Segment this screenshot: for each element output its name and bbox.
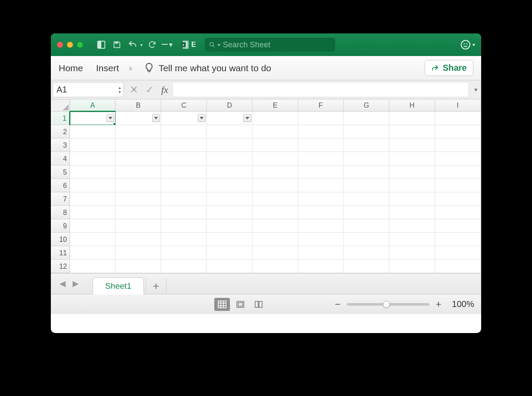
cell-F11[interactable] — [298, 246, 344, 260]
cell-G6[interactable] — [344, 179, 389, 192]
next-sheet-button[interactable]: ▶ — [69, 277, 82, 290]
cell-I9[interactable] — [435, 219, 481, 233]
search-box[interactable]: ▾ — [205, 38, 335, 52]
cell-F2[interactable] — [298, 125, 344, 139]
cell-D11[interactable] — [207, 246, 253, 260]
row-header-12[interactable]: 12 — [51, 260, 70, 273]
autosave-icon[interactable] — [95, 39, 107, 51]
prev-sheet-button[interactable]: ◀ — [56, 277, 69, 290]
cell-A4[interactable] — [70, 152, 116, 165]
cell-I1[interactable] — [435, 112, 481, 125]
column-header-D[interactable]: D — [207, 99, 253, 112]
cell-F4[interactable] — [298, 152, 344, 165]
cell-G4[interactable] — [344, 152, 389, 165]
cell-G8[interactable] — [344, 206, 389, 219]
cell-D7[interactable] — [207, 192, 253, 206]
cell-H11[interactable] — [389, 246, 435, 260]
row-header-4[interactable]: 4 — [51, 152, 70, 165]
cell-E1[interactable] — [253, 112, 298, 125]
cell-F3[interactable] — [298, 139, 344, 152]
cell-H6[interactable] — [389, 179, 435, 192]
more-tabs-icon[interactable]: ›› — [129, 63, 131, 73]
row-header-11[interactable]: 11 — [51, 246, 70, 260]
tab-home[interactable]: Home — [59, 63, 83, 73]
cell-H10[interactable] — [389, 233, 435, 246]
cell-I6[interactable] — [435, 179, 481, 192]
row-header-2[interactable]: 2 — [51, 125, 70, 139]
column-header-E[interactable]: E — [253, 99, 298, 112]
column-header-F[interactable]: F — [298, 99, 344, 112]
cell-A6[interactable] — [70, 179, 116, 192]
column-header-C[interactable]: C — [161, 99, 207, 112]
cell-H9[interactable] — [389, 219, 435, 233]
cell-H7[interactable] — [389, 192, 435, 206]
cell-A1[interactable] — [70, 112, 116, 125]
cell-G12[interactable] — [344, 260, 389, 273]
cell-C7[interactable] — [161, 192, 207, 206]
search-dropdown-icon[interactable]: ▾ — [218, 42, 220, 48]
cell-A2[interactable] — [70, 125, 116, 139]
cell-I4[interactable] — [435, 152, 481, 165]
column-header-G[interactable]: G — [344, 99, 389, 112]
cell-F1[interactable] — [298, 112, 344, 125]
row-header-1[interactable]: 1 — [51, 112, 70, 125]
cell-B10[interactable] — [116, 233, 161, 246]
row-header-8[interactable]: 8 — [51, 206, 70, 219]
cell-I7[interactable] — [435, 192, 481, 206]
cell-A9[interactable] — [70, 219, 116, 233]
customize-qat-icon[interactable]: ▼ — [162, 39, 174, 51]
cell-F6[interactable] — [298, 179, 344, 192]
undo-icon[interactable] — [126, 39, 139, 51]
redo-icon[interactable] — [146, 39, 158, 51]
cell-D4[interactable] — [207, 152, 253, 165]
cell-G5[interactable] — [344, 165, 389, 179]
cell-D3[interactable] — [207, 139, 253, 152]
cell-B12[interactable] — [116, 260, 161, 273]
feedback-button[interactable]: ▾ — [460, 40, 475, 50]
cell-I10[interactable] — [435, 233, 481, 246]
cell-C1[interactable] — [161, 112, 207, 125]
minimize-window-button[interactable] — [67, 42, 73, 48]
cell-I11[interactable] — [435, 246, 481, 260]
column-header-A[interactable]: A — [70, 99, 116, 112]
share-button[interactable]: Share — [425, 60, 473, 76]
cell-C5[interactable] — [161, 165, 207, 179]
cell-B3[interactable] — [116, 139, 161, 152]
cell-C2[interactable] — [161, 125, 207, 139]
cell-I8[interactable] — [435, 206, 481, 219]
select-all-corner[interactable] — [51, 99, 70, 112]
cell-B2[interactable] — [116, 125, 161, 139]
cell-D8[interactable] — [207, 206, 253, 219]
cell-C11[interactable] — [161, 246, 207, 260]
cell-G10[interactable] — [344, 233, 389, 246]
cell-H12[interactable] — [389, 260, 435, 273]
cell-D9[interactable] — [207, 219, 253, 233]
cell-E10[interactable] — [253, 233, 298, 246]
cell-D5[interactable] — [207, 165, 253, 179]
view-page-break-button[interactable] — [251, 298, 266, 311]
cell-F12[interactable] — [298, 260, 344, 273]
zoom-value[interactable]: 100% — [452, 299, 474, 309]
row-header-3[interactable]: 3 — [51, 139, 70, 152]
filter-dropdown-C[interactable] — [198, 114, 206, 122]
formula-input-wrap[interactable] — [173, 82, 469, 97]
name-box[interactable]: A1 ▴▾ — [53, 82, 124, 97]
cell-D6[interactable] — [207, 179, 253, 192]
row-header-6[interactable]: 6 — [51, 179, 70, 192]
cell-I3[interactable] — [435, 139, 481, 152]
cell-C3[interactable] — [161, 139, 207, 152]
cell-D12[interactable] — [207, 260, 253, 273]
cell-H5[interactable] — [389, 165, 435, 179]
cell-B11[interactable] — [116, 246, 161, 260]
cell-E7[interactable] — [253, 192, 298, 206]
cell-C9[interactable] — [161, 219, 207, 233]
expand-formula-bar-icon[interactable]: ▼ — [471, 80, 481, 99]
cell-G9[interactable] — [344, 219, 389, 233]
cell-H8[interactable] — [389, 206, 435, 219]
cell-B1[interactable] — [116, 112, 161, 125]
row-header-5[interactable]: 5 — [51, 165, 70, 179]
cell-B7[interactable] — [116, 192, 161, 206]
cell-E3[interactable] — [253, 139, 298, 152]
cell-A7[interactable] — [70, 192, 116, 206]
zoom-slider[interactable] — [347, 303, 429, 306]
